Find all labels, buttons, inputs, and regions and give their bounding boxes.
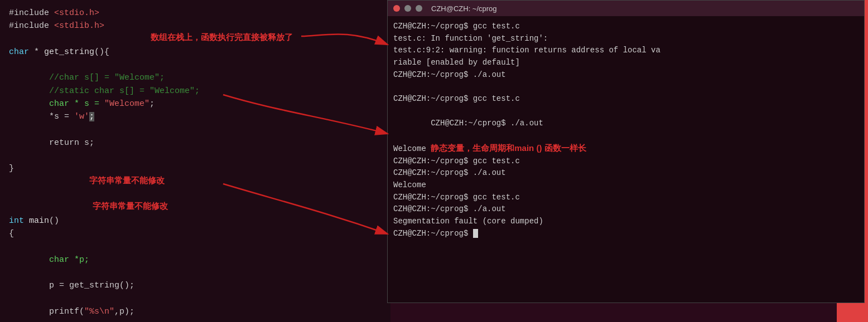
term-line-8: CZH@CZH:~/cprog$ ./a.out	[393, 105, 859, 142]
code-line-1: #include <stdio.h>	[9, 7, 382, 19]
term-line-10: CZH@CZH:~/cprog$ gcc test.c	[393, 155, 859, 168]
terminal-panel: CZH@CZH: ~/cprog CZH@CZH:~/cprog$ gcc te…	[387, 0, 865, 303]
code-line-14	[9, 175, 382, 188]
code-line-6: //char s[] = "Welcome";	[9, 71, 382, 84]
minimize-button[interactable]	[404, 5, 411, 12]
term-line-11: CZH@CZH:~/cprog$ ./a.out	[393, 167, 859, 179]
code-line-charp: char *p;	[9, 253, 382, 266]
term-line-16: CZH@CZH:~/cprog$	[393, 228, 859, 240]
term-line-14: CZH@CZH:~/cprog$ ./a.out	[393, 203, 859, 216]
close-button[interactable]	[393, 5, 400, 12]
code-line-10	[9, 123, 382, 136]
annotation-const: 字符串常量不能修改	[93, 201, 168, 212]
code-line-assign: p = get_string();	[9, 279, 382, 292]
term-line-15: Segmentation fault (core dumped)	[393, 216, 859, 228]
terminal-body: CZH@CZH:~/cprog$ gcc test.c test.c: In f…	[388, 16, 864, 303]
term-line-3: test.c:9:2: warning: function returns ad…	[393, 45, 859, 57]
code-line-3	[9, 33, 382, 46]
code-line-9: *s = 'w';	[9, 110, 382, 123]
term-line-5: CZH@CZH:~/cprog$ ./a.out	[393, 69, 859, 81]
code-line-5	[9, 58, 382, 71]
terminal-titlebar: CZH@CZH: ~/cprog	[388, 1, 864, 16]
code-line-8: char * s = "Welcome";	[9, 97, 382, 110]
code-editor-panel: #include <stdio.h> #include <stdlib.h> c…	[0, 0, 390, 322]
terminal-window: CZH@CZH: ~/cprog CZH@CZH:~/cprog$ gcc te…	[387, 0, 865, 303]
terminal-cursor	[473, 229, 478, 238]
code-line-brace: {	[9, 227, 382, 240]
term-line-2: test.c: In function 'get_string':	[393, 33, 859, 45]
code-line-blank2	[9, 240, 382, 253]
term-line-13: CZH@CZH:~/cprog$ gcc test.c	[393, 192, 859, 204]
annotation-static: 静态变量，生命周期和main () 函数一样长	[431, 143, 586, 153]
code-line-blank4	[9, 292, 382, 305]
term-line-9: Welcome 静态变量，生命周期和main () 函数一样长	[393, 142, 859, 155]
code-line-main: int main()	[9, 214, 382, 227]
code-line-15	[9, 188, 382, 201]
term-line-4: riable [enabled by default]	[393, 57, 859, 69]
code-line-11: return s;	[9, 136, 382, 149]
code-line-printf: printf("%s\n",p);	[9, 305, 382, 318]
code-line-7: //static char s[] = "Welcome";	[9, 85, 382, 97]
terminal-title: CZH@CZH: ~/cprog	[431, 4, 497, 13]
code-line-blank3	[9, 266, 382, 279]
term-line-6	[393, 81, 859, 93]
term-line-1: CZH@CZH:~/cprog$ gcc test.c	[393, 21, 859, 33]
code-line-12	[9, 149, 382, 162]
term-line-12: Welcome	[393, 179, 859, 192]
annotation-row: 字符串常量不能修改	[9, 201, 382, 214]
term-line-7: CZH@CZH:~/cprog$ gcc test.c	[393, 93, 859, 105]
code-line-13: }	[9, 162, 382, 175]
maximize-button[interactable]	[416, 5, 422, 12]
code-line-2: #include <stdlib.h>	[9, 19, 382, 32]
code-line-4: char * get_string(){	[9, 46, 382, 58]
code-line-blank5	[9, 318, 382, 322]
